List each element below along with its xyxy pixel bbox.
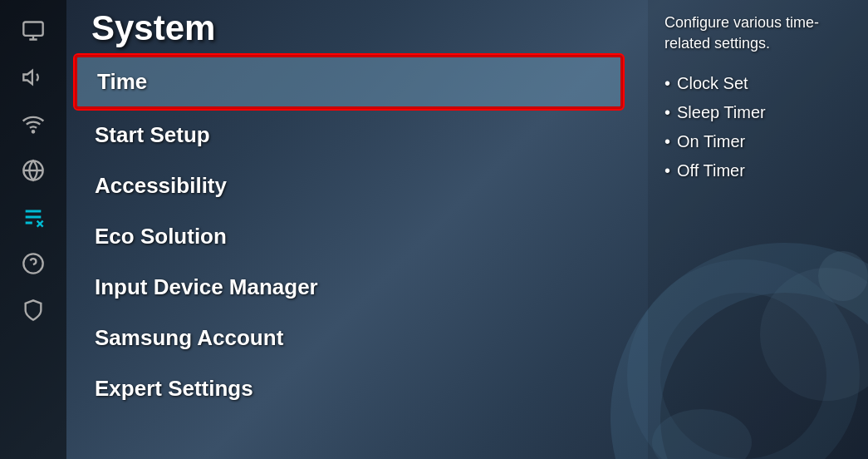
menu-list: TimeStart SetupAccessibilityEco Solution… <box>75 55 623 413</box>
menu-item-expert-settings[interactable]: Expert Settings <box>75 364 623 413</box>
menu-item-start-setup[interactable]: Start Setup <box>75 111 623 160</box>
info-list-item: Clock Set <box>664 69 851 98</box>
menu-item-eco-solution[interactable]: Eco Solution <box>75 212 623 261</box>
picture-icon[interactable] <box>15 12 51 49</box>
sound-icon[interactable] <box>15 59 51 96</box>
network-icon[interactable] <box>15 152 51 189</box>
info-panel: Configure various time-related settings.… <box>648 0 868 459</box>
info-list-item: On Timer <box>664 127 851 156</box>
info-list: Clock SetSleep TimerOn TimerOff Timer <box>664 69 851 185</box>
menu-item-accessibility[interactable]: Accessibility <box>75 161 623 210</box>
info-list-item: Off Timer <box>664 156 851 185</box>
info-description: Configure various time-related settings. <box>664 12 851 54</box>
broadcast-icon[interactable] <box>15 106 51 142</box>
sidebar <box>0 0 66 459</box>
svg-rect-5 <box>23 22 42 36</box>
page-title: System <box>75 8 648 48</box>
svg-marker-6 <box>23 71 32 84</box>
svg-point-7 <box>32 131 34 132</box>
info-list-item: Sleep Timer <box>664 98 851 127</box>
support-icon[interactable] <box>15 245 51 282</box>
main-menu: System TimeStart SetupAccessibilityEco S… <box>66 0 648 459</box>
shield-icon[interactable] <box>15 292 51 328</box>
menu-item-time[interactable]: Time <box>75 55 623 109</box>
system-icon[interactable] <box>15 199 51 235</box>
menu-item-input-device-manager[interactable]: Input Device Manager <box>75 263 623 312</box>
menu-item-samsung-account[interactable]: Samsung Account <box>75 313 623 363</box>
